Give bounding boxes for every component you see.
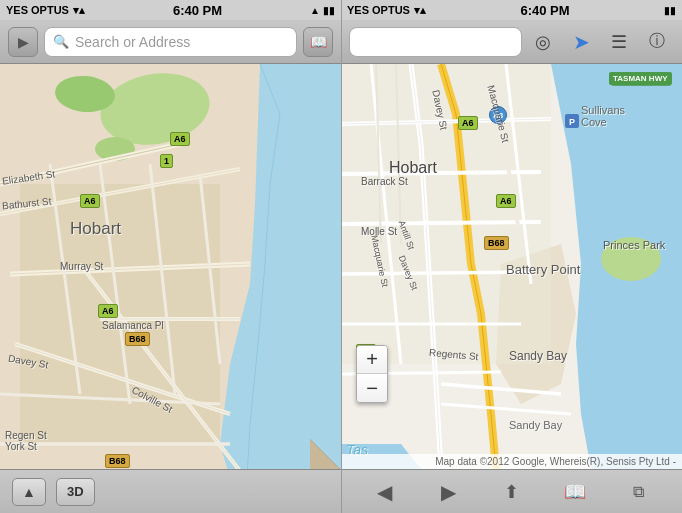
location-arrow-icon: ▲ [22,484,36,500]
salamanca-label: Salamanca Pl [102,320,164,331]
molle-st-label: Molle St [361,226,397,237]
current-location-button[interactable]: ▲ [12,478,46,506]
back-button[interactable]: ▶ [8,27,38,57]
hobart-label-right: Hobart [389,159,437,177]
zoom-in-button[interactable]: + [357,346,387,374]
back-icon: ▶ [18,34,29,50]
list-icon: ☰ [611,31,627,53]
plus-icon: + [366,348,378,371]
svg-line-30 [341,272,531,274]
status-bar-right: YES OPTUS ▾▴ 6:40 PM ▮▮ [341,0,682,20]
badge-b68-right: B68 [484,236,509,250]
barrack-st-label: Barrack St [361,176,408,187]
zoom-controls: + − [356,345,388,403]
search-icon: 🔍 [53,34,69,49]
info-button[interactable]: ⓘ [640,25,674,59]
directions-icon: ➤ [573,30,590,54]
time-left: 6:40 PM [173,3,222,18]
wifi-icon-right: ▾▴ [414,4,426,17]
badge-1-left: 1 [160,154,173,168]
tabs-icon: ⧉ [633,483,644,501]
panel-divider [341,0,342,513]
minus-icon: − [366,377,378,400]
badge-a6-left-1: A6 [170,132,190,146]
wifi-icon-left: ▾▴ [73,4,85,17]
bookmarks-button[interactable]: 📖 [303,27,333,57]
battery-point-label: Battery Point [506,262,580,277]
right-map: P A6 A3 A6 B68 A6 TASMAN HWY Hobart Batt… [341,64,682,469]
badge-a6-right-1: A6 [458,116,478,130]
right-bottom-bar: ◀ ▶ ⬆ 📖 ⧉ [341,469,682,513]
badge-b68-left-2: B68 [105,454,130,468]
sandy-bay-2-label: Sandy Bay [509,419,562,431]
battery-icon-right: ▮▮ [664,5,676,16]
carrier-left: YES OPTUS [6,4,69,16]
svg-line-29 [341,222,541,224]
svg-rect-25 [341,64,551,364]
search-bar-right[interactable] [349,27,522,57]
search-bar-left[interactable]: 🔍 Search or Address [44,27,297,57]
nav-forward-button[interactable]: ▶ [428,475,468,509]
princes-park-label: Princes Park [603,239,665,251]
nav-forward-icon: ▶ [441,480,456,504]
svg-text:P: P [569,117,575,127]
left-map: 1 A6 A6 A6 B68 B68 Hobart Elizabeth St B… [0,64,341,513]
status-bar-left: YES OPTUS ▾▴ 6:40 PM ▲ ▮▮ [0,0,341,20]
murray-st-label: Murray St [60,261,103,272]
york-st-label: York St [5,441,37,452]
location-button[interactable]: ◎ [526,25,560,59]
tabs-button[interactable]: ⧉ [618,475,658,509]
nav-back-button[interactable]: ◀ [365,475,405,509]
sandy-bay-label: Sandy Bay [509,349,567,363]
carrier-right: YES OPTUS [347,4,410,16]
right-toolbar: ◎ ➤ ☰ ⓘ [341,20,682,64]
threed-label: 3D [67,484,84,499]
location-icon: ◎ [535,31,551,53]
directions-button[interactable]: ➤ [564,25,598,59]
badge-a6-left-2: A6 [80,194,100,208]
list-button[interactable]: ☰ [602,25,636,59]
regen-st-label: Regen St [5,430,47,441]
left-toolbar: ▶ 🔍 Search or Address 📖 [0,20,341,64]
map-attribution: Map data ©2012 Google, Whereis(R), Sensi… [341,454,682,469]
time-right: 6:40 PM [520,3,569,18]
bookmarks-button-right[interactable]: 📖 [555,475,595,509]
nav-back-icon: ◀ [377,480,392,504]
zoom-out-button[interactable]: − [357,374,387,402]
share-icon: ⬆ [504,481,519,503]
bookmarks-icon: 📖 [564,481,586,503]
search-placeholder: Search or Address [75,34,288,50]
sullivans-cove-label: SullivansCove [581,104,625,128]
info-icon: ⓘ [649,31,665,52]
hobart-label-left: Hobart [70,219,121,239]
badge-b68-left: B68 [125,332,150,346]
threed-button[interactable]: 3D [56,478,95,506]
badge-a6-right-2: A6 [496,194,516,208]
tasman-hwy-label: TASMAN HWY [609,72,672,85]
badge-a6-left-3: A6 [98,304,118,318]
book-icon: 📖 [310,34,327,50]
page-curl [310,439,340,469]
attribution-text: Map data ©2012 Google, Whereis(R), Sensi… [435,456,676,467]
battery-icon-left: ▮▮ [323,5,335,16]
left-bottom-bar: ▲ 3D [0,469,341,513]
location-icon-left: ▲ [310,5,320,16]
share-button[interactable]: ⬆ [491,475,531,509]
